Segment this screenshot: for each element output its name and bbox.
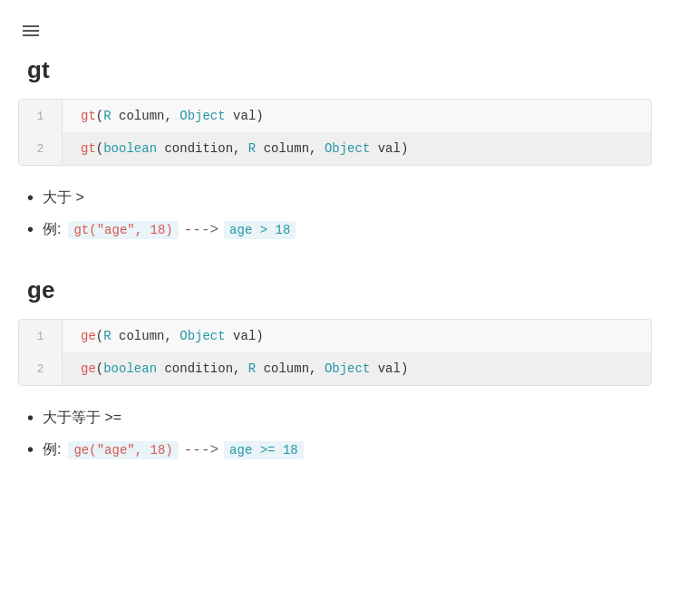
code-token: R	[103, 109, 111, 123]
line-number-2: 2	[19, 352, 63, 385]
example-result-code: age > 18	[224, 221, 296, 239]
gt-code-block: 1gt(R column, Object val)2gt(boolean con…	[18, 99, 652, 166]
ge-bullet-2: 例:ge("age", 18) ---> age >= 18	[27, 439, 652, 460]
code-token: Object	[325, 361, 370, 376]
code-token: Object	[179, 329, 225, 343]
gt-bullet-2: 例:gt("age", 18) ---> age > 18	[27, 219, 652, 240]
code-token: gt	[81, 141, 96, 156]
menu-icon[interactable]	[18, 18, 44, 43]
code-token: condition,	[157, 361, 248, 376]
gt-code-content-1: gt(R column, Object val)	[63, 100, 651, 132]
code-token: boolean	[103, 361, 157, 376]
code-token: Object	[325, 141, 370, 156]
bullet-text: 大于 >	[43, 188, 84, 207]
gt-code-line-2: 2gt(boolean condition, R column, Object …	[19, 132, 651, 165]
code-token: Object	[179, 109, 225, 123]
gt-title: gt	[18, 56, 652, 84]
code-token: boolean	[103, 141, 157, 156]
code-token: val)	[226, 329, 264, 343]
gt-bullets: 大于 >例:gt("age", 18) ---> age > 18	[18, 188, 652, 240]
ge-code-content-2: ge(boolean condition, R column, Object v…	[63, 352, 651, 385]
code-token: (	[96, 361, 103, 376]
code-token: ge	[81, 329, 96, 343]
bullet-text: 大于等于 >=	[43, 409, 121, 428]
code-token: val)	[370, 141, 408, 156]
example-arrow: --->	[184, 222, 218, 238]
section-ge: ge1ge(R column, Object val)2ge(boolean c…	[18, 276, 652, 460]
gt-code-content-2: gt(boolean condition, R column, Object v…	[63, 132, 651, 165]
code-token: condition,	[157, 141, 248, 156]
code-token: R	[248, 141, 256, 156]
code-token: column,	[256, 361, 325, 376]
example-label: 例:	[43, 440, 61, 459]
code-token: column,	[111, 329, 180, 343]
ge-bullets: 大于等于 >=例:ge("age", 18) ---> age >= 18	[18, 408, 652, 460]
section-gt: gt1gt(R column, Object val)2gt(boolean c…	[18, 56, 652, 240]
ge-code-content-1: ge(R column, Object val)	[63, 320, 651, 352]
code-token: column,	[256, 141, 325, 156]
code-token: ge	[81, 361, 96, 376]
line-number-1: 1	[19, 320, 63, 352]
example-label: 例:	[43, 220, 61, 239]
code-token: R	[103, 329, 111, 343]
example-input-code: ge("age", 18)	[68, 441, 178, 459]
gt-bullet-1: 大于 >	[27, 188, 652, 208]
line-number-2: 2	[19, 132, 63, 165]
code-token: column,	[111, 109, 180, 123]
code-token: (	[96, 141, 103, 156]
example-input-code: gt("age", 18)	[68, 221, 178, 239]
ge-code-line-2: 2ge(boolean condition, R column, Object …	[19, 352, 651, 385]
ge-bullet-1: 大于等于 >=	[27, 408, 652, 428]
code-token: gt	[81, 109, 96, 123]
code-token: val)	[370, 361, 408, 376]
code-token: R	[248, 361, 256, 376]
ge-code-line-1: 1ge(R column, Object val)	[19, 320, 651, 352]
code-token: (	[96, 109, 103, 123]
gt-code-line-1: 1gt(R column, Object val)	[19, 100, 651, 132]
code-token: (	[96, 329, 103, 343]
line-number-1: 1	[19, 100, 63, 132]
example-result-code: age >= 18	[224, 441, 304, 459]
example-arrow: --->	[184, 442, 218, 458]
ge-title: ge	[18, 276, 652, 304]
code-token: val)	[226, 109, 264, 123]
ge-code-block: 1ge(R column, Object val)2ge(boolean con…	[18, 319, 652, 386]
